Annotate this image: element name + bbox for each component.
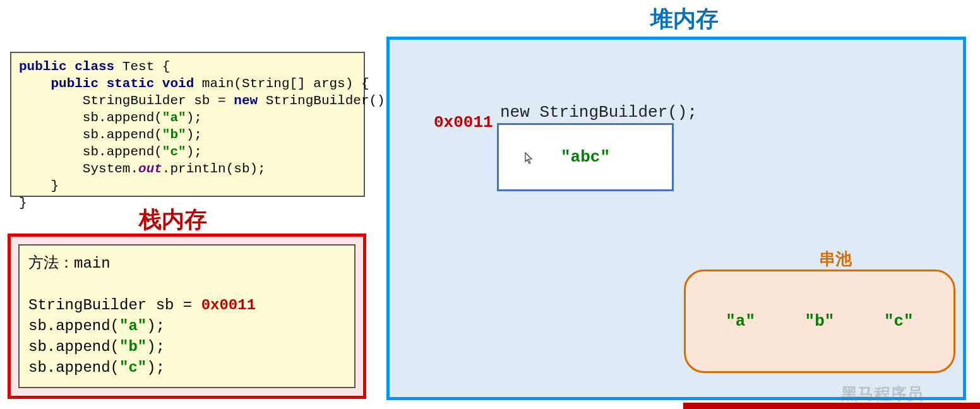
code-text: ); (186, 145, 202, 159)
string-literal: "b" (162, 127, 186, 142)
code-text: } (19, 196, 27, 210)
string-literal: "a" (162, 110, 186, 125)
code-text: Test { (114, 59, 170, 74)
pool-item: "a" (726, 312, 755, 331)
code-text: } (19, 179, 59, 193)
code-text: StringBuilder sb = (83, 93, 234, 108)
keyword: public class (19, 59, 114, 74)
code-text: .println(sb); (162, 162, 266, 176)
code-text: sb.append( (28, 317, 119, 335)
code-text: sb.append( (83, 145, 162, 159)
string-literal: "c" (119, 359, 146, 376)
italic-field: out (138, 162, 162, 176)
stack-title: 栈内存 (139, 204, 207, 235)
stack-memory-box: 方法：main StringBuilder sb = 0x0011 sb.app… (8, 234, 366, 399)
string-literal: "b" (119, 338, 146, 355)
code-text: sb.append( (83, 127, 162, 142)
keyword: new (234, 93, 258, 108)
stack-frame: 方法：main StringBuilder sb = 0x0011 sb.app… (18, 244, 356, 388)
method-label: 方法： (28, 254, 74, 271)
pool-item: "c" (884, 312, 914, 331)
code-text: ); (146, 359, 165, 376)
stringbuilder-content: "abc" (561, 148, 610, 167)
method-name: main (74, 255, 111, 272)
code-text: ); (186, 110, 202, 125)
keyword: public static void (51, 76, 194, 91)
footer-strip (683, 403, 980, 409)
code-block: public class Test { public static void m… (10, 52, 365, 197)
code-text: ); (146, 338, 165, 355)
cursor-icon (525, 152, 534, 168)
var-decl: StringBuilder sb = (28, 297, 201, 314)
heap-memory-box: 0x0011 new StringBuilder(); "abc" 串池 "a"… (386, 37, 966, 400)
string-literal: "c" (162, 145, 186, 159)
string-literal: "a" (119, 317, 146, 335)
heap-title: 堆内存 (650, 4, 719, 35)
code-text: sb.append( (83, 110, 162, 125)
code-text: sb.append( (28, 359, 119, 376)
string-pool-box: "a" "b" "c" (684, 270, 955, 373)
code-text: ); (186, 127, 202, 142)
code-text: main(String[] args) { (194, 76, 369, 91)
stringbuilder-label: new StringBuilder(); (500, 103, 697, 122)
string-pool-title: 串池 (819, 248, 852, 270)
code-text: sb.append( (28, 338, 119, 355)
memory-address: 0x0011 (201, 297, 256, 314)
watermark: 黑马程序员 (841, 383, 923, 405)
heap-address: 0x0011 (434, 113, 493, 132)
code-text: StringBuilder(); (258, 93, 393, 108)
code-text: ); (146, 317, 165, 335)
pool-item: "b" (805, 312, 835, 331)
stringbuilder-object: "abc" (497, 123, 674, 191)
code-text: System. (83, 162, 138, 176)
